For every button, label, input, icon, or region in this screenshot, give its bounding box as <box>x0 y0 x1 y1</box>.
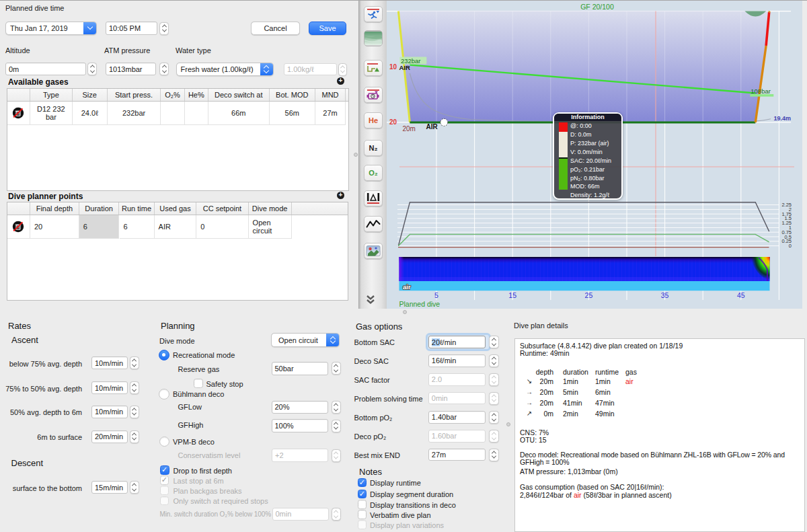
water-type-combobox[interactable]: Fresh water (1.00kg/ℓ) <box>176 63 274 76</box>
toggle-phe-graph[interactable]: He <box>364 112 383 128</box>
information-tooltip[interactable]: Information @: 0:00D: 0.0mP: 232bar (air… <box>553 112 623 200</box>
gas-option-stepper[interactable] <box>489 449 499 461</box>
rate-field[interactable]: 20m/min <box>91 430 128 443</box>
time-stepper[interactable] <box>159 22 169 35</box>
date-combobox[interactable]: Thu Jan 17, 2019 <box>5 22 97 35</box>
table-cell[interactable]: 56m <box>270 102 316 125</box>
conservatism-value: +2 <box>275 451 284 459</box>
rate-field[interactable]: 10m/min <box>91 381 128 394</box>
gas-option-stepper[interactable] <box>489 336 499 348</box>
table-cell[interactable]: 0 <box>196 215 248 239</box>
gas-option-stepper[interactable] <box>489 411 499 424</box>
rate-field-surface-to-bottom[interactable]: 15m/min <box>91 481 128 494</box>
toggle-photos[interactable] <box>364 243 383 259</box>
gfhigh-field[interactable]: 100% <box>272 419 328 432</box>
toggle-dive-computer[interactable] <box>364 6 383 22</box>
toggle-pn2-graph[interactable]: N₂ <box>364 140 383 156</box>
conservatism-level-field: +2 <box>272 449 328 462</box>
buhlmann-deco-radio[interactable] <box>159 389 169 400</box>
table-cell[interactable]: 66m <box>208 102 270 125</box>
collapse-toolbar[interactable] <box>365 295 376 306</box>
table-cell[interactable] <box>185 102 208 125</box>
gas-option-field[interactable]: 16ℓ/min <box>428 354 486 367</box>
date-dropdown-icon[interactable] <box>83 22 96 34</box>
rate-stepper[interactable] <box>130 381 139 394</box>
reserve-gas-stepper[interactable] <box>332 362 341 375</box>
info-line: V: 0.0m/min <box>570 148 611 157</box>
rate-field[interactable]: 10m/min <box>91 356 128 369</box>
vpmb-deco-radio[interactable] <box>159 436 169 447</box>
dive-plan-details-box[interactable]: Subsurface (4.8.4.142) dive plan created… <box>514 338 805 532</box>
toggle-profile-steps[interactable] <box>364 60 383 76</box>
plan-table-row: ↗0m2min49min <box>515 410 798 418</box>
table-cell[interactable]: 24.0ℓ <box>73 102 108 125</box>
toggle-deco-info[interactable] <box>364 87 383 103</box>
ascent-title: Ascent <box>11 335 38 345</box>
delete-row-icon[interactable] <box>11 220 25 233</box>
column-header: Final depth <box>30 202 79 215</box>
gas-option-field[interactable]: 1.40bar <box>428 411 486 424</box>
table-cell[interactable]: 20 <box>30 215 79 239</box>
rate-stepper[interactable] <box>130 356 139 369</box>
dive-point-handle[interactable] <box>440 118 448 126</box>
rate-label: 75% to 50% avg. depth <box>0 385 82 393</box>
deco-time-icon <box>366 89 381 101</box>
available-gases-table[interactable]: TypeSizeStart press.O₂%He%Deco switch at… <box>7 88 349 191</box>
dive-mode-combobox[interactable]: Open circuit <box>271 333 340 347</box>
gas-option-stepper[interactable] <box>489 354 499 367</box>
time-field[interactable]: 10:05 PM <box>106 22 157 35</box>
table-cell[interactable]: 27m <box>315 102 346 125</box>
table-cell[interactable] <box>161 102 184 125</box>
table-cell[interactable]: 6 <box>120 215 155 239</box>
atm-pressure-stepper[interactable] <box>159 63 169 75</box>
notes-checkbox[interactable] <box>358 500 367 509</box>
table-cell[interactable] <box>7 215 31 239</box>
rate-field[interactable]: 10m/min <box>91 406 128 418</box>
last-stop-6m-checkbox: ✓ <box>160 476 169 485</box>
table-cell[interactable]: Open circuit <box>249 215 292 239</box>
time-value: 10:05 PM <box>109 24 141 32</box>
notes-checkbox[interactable]: ✓ <box>358 478 367 488</box>
gas-option-field[interactable]: 20ℓ/min <box>428 336 486 348</box>
rate-stepper[interactable] <box>130 430 139 443</box>
toggle-ruler[interactable] <box>364 190 383 206</box>
drop-to-first-depth-checkbox[interactable]: ✓ <box>160 465 169 475</box>
altitude-stepper[interactable] <box>87 63 97 75</box>
table-cell[interactable]: AIR <box>155 215 197 239</box>
notes-checkbox[interactable]: ✓ <box>358 490 367 499</box>
add-gas-button[interactable]: + <box>337 77 344 85</box>
cancel-button[interactable]: Cancel <box>251 22 300 35</box>
gflow-stepper[interactable] <box>332 401 341 414</box>
details-splitter-handle[interactable] <box>506 422 510 426</box>
toggle-profile-shading[interactable] <box>364 30 383 46</box>
table-cell[interactable]: 232bar <box>108 102 161 125</box>
toggle-po2-graph[interactable]: O₂ <box>364 165 383 181</box>
table-cell[interactable]: 6 <box>79 215 120 239</box>
atm-pressure-field[interactable]: 1013mbar <box>106 63 156 75</box>
notes-checkbox[interactable] <box>358 510 367 519</box>
gflow-field[interactable]: 20% <box>272 401 328 414</box>
gas-option-field[interactable]: 27m <box>428 449 486 461</box>
safety-stop-checkbox[interactable] <box>194 379 204 389</box>
dive-mode-dropdown-icon[interactable] <box>326 334 339 346</box>
chevrons-down-icon <box>365 295 376 305</box>
add-point-button[interactable]: + <box>337 192 344 199</box>
salinity-field: 1.00kg/ℓ <box>284 63 337 75</box>
water-type-dropdown-icon[interactable] <box>260 63 273 75</box>
delete-row-icon[interactable] <box>11 106 25 120</box>
altitude-field[interactable]: 0m <box>5 63 86 75</box>
recreational-mode-radio[interactable] <box>159 350 169 360</box>
table-cell[interactable]: D12 232 bar <box>30 102 73 125</box>
save-button[interactable]: Save <box>309 22 346 35</box>
rate-stepper[interactable] <box>130 406 139 418</box>
dive-planner-points-table[interactable]: Final depthDurationRun timeUsed gasCC se… <box>7 202 348 301</box>
gfhigh-stepper[interactable] <box>332 420 341 432</box>
photos-icon <box>366 245 381 257</box>
table-cell[interactable] <box>7 102 31 125</box>
reserve-gas-field[interactable]: 50bar <box>272 362 328 375</box>
horizontal-splitter-handle[interactable] <box>403 310 407 314</box>
dive-mode-value: Open circuit <box>272 336 326 344</box>
rate-stepper-surface-to-bottom[interactable] <box>130 481 139 494</box>
toggle-heartrate[interactable] <box>364 216 383 232</box>
vertical-splitter-handle[interactable] <box>354 153 358 157</box>
